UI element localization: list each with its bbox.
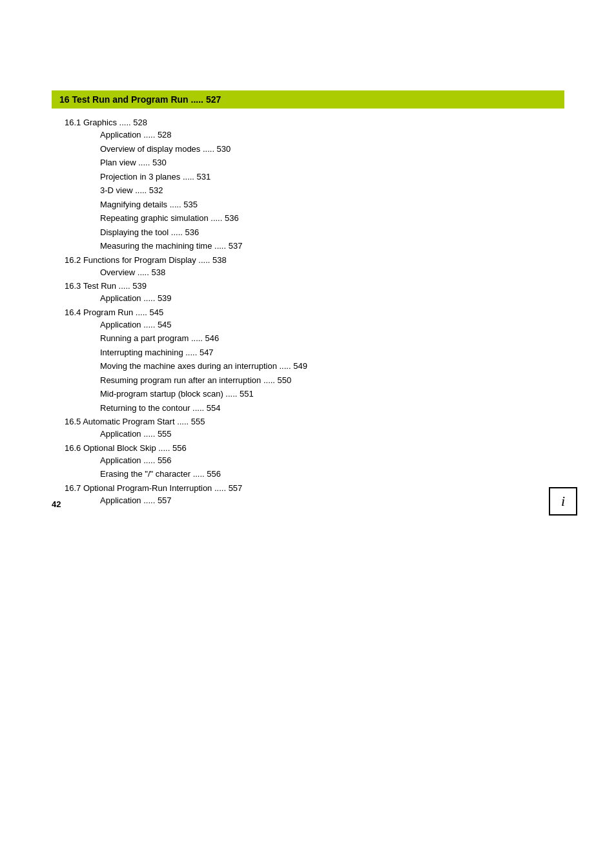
section-16-1-title: 16.1 Graphics ..... 528 (65, 118, 564, 127)
list-item: Moving the machine axes during an interr… (100, 360, 564, 373)
list-item: Overview ..... 538 (100, 266, 564, 279)
toc-section-16-1: 16.1 Graphics ..... 528 Application ....… (65, 118, 564, 253)
chapter-header: 16 Test Run and Program Run ..... 527 (52, 90, 564, 109)
toc-section-16-4: 16.4 Program Run ..... 545 Application .… (65, 308, 564, 415)
list-item: Application ..... 528 (100, 129, 564, 141)
list-item: Measuring the machining time ..... 537 (100, 240, 564, 253)
list-item: Magnifying details ..... 535 (100, 198, 564, 211)
section-16-2-title: 16.2 Functions for Program Display .....… (65, 255, 564, 265)
list-item: Erasing the "/" character ..... 556 (100, 468, 564, 481)
toc-section-16-2: 16.2 Functions for Program Display .....… (65, 255, 564, 279)
toc-content: 16.1 Graphics ..... 528 Application ....… (65, 118, 564, 506)
page-container: 16 Test Run and Program Run ..... 527 16… (0, 0, 616, 548)
list-item: Interrupting machining ..... 547 (100, 346, 564, 359)
section-16-6-title: 16.6 Optional Block Skip ..... 556 (65, 443, 564, 453)
toc-section-16-5: 16.5 Automatic Program Start ..... 555 A… (65, 417, 564, 441)
list-item: Application ..... 556 (100, 454, 564, 467)
list-item: Resuming program run after an interrupti… (100, 374, 564, 387)
toc-subsection-16-1: Application ..... 528 Overview of displa… (100, 129, 564, 253)
list-item: Returning to the contour ..... 554 (100, 402, 564, 415)
list-item: Running a part program ..... 546 (100, 332, 564, 345)
list-item: 3-D view ..... 532 (100, 184, 564, 197)
toc-section-16-6: 16.6 Optional Block Skip ..... 556 Appli… (65, 443, 564, 481)
chapter-title: 16 Test Run and Program Run ..... 527 (59, 94, 221, 105)
list-item: Projection in 3 planes ..... 531 (100, 171, 564, 183)
page-number: 42 (52, 499, 61, 509)
toc-subsection-16-6: Application ..... 556 Erasing the "/" ch… (100, 454, 564, 481)
toc-subsection-16-2: Overview ..... 538 (100, 266, 564, 279)
toc-section-16-7: 16.7 Optional Program-Run Interruption .… (65, 483, 564, 507)
section-16-3-title: 16.3 Test Run ..... 539 (65, 281, 564, 291)
list-item: Repeating graphic simulation ..... 536 (100, 212, 564, 225)
list-item: Application ..... 539 (100, 292, 564, 305)
toc-section-16-3: 16.3 Test Run ..... 539 Application ....… (65, 281, 564, 305)
toc-subsection-16-7: Application ..... 557 (100, 494, 564, 507)
list-item: Application ..... 557 (100, 494, 564, 507)
info-icon: i (549, 487, 577, 516)
toc-subsection-16-5: Application ..... 555 (100, 428, 564, 441)
list-item: Displaying the tool ..... 536 (100, 226, 564, 239)
list-item: Application ..... 555 (100, 428, 564, 441)
toc-subsection-16-4: Application ..... 545 Running a part pro… (100, 318, 564, 415)
section-16-4-title: 16.4 Program Run ..... 545 (65, 308, 564, 317)
list-item: Mid-program startup (block scan) ..... 5… (100, 388, 564, 401)
list-item: Overview of display modes ..... 530 (100, 143, 564, 156)
list-item: Plan view ..... 530 (100, 156, 564, 169)
list-item: Application ..... 545 (100, 318, 564, 331)
section-16-5-title: 16.5 Automatic Program Start ..... 555 (65, 417, 564, 426)
toc-subsection-16-3: Application ..... 539 (100, 292, 564, 305)
section-16-7-title: 16.7 Optional Program-Run Interruption .… (65, 483, 564, 493)
